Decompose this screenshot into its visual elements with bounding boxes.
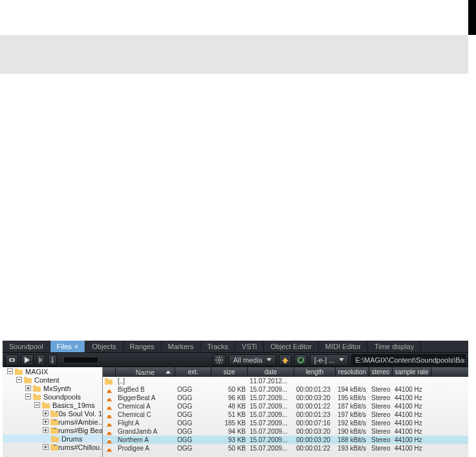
drive-dropdown[interactable]: [-e-] ... — [310, 354, 349, 366]
cell: Stereo — [369, 394, 393, 401]
tree-item[interactable]: Drums#Chillou... — [3, 443, 102, 451]
chevron-down-icon — [266, 358, 272, 361]
tab-timedisplay[interactable]: Time display — [368, 341, 421, 352]
file-row[interactable]: Northern AOGG93 KB15.07.2009...00:00:03:… — [103, 436, 468, 444]
cell: 96 KB — [211, 394, 248, 401]
col-length[interactable]: length — [294, 367, 336, 377]
tree-item[interactable]: MxSynth — [3, 384, 102, 392]
tab-objects[interactable]: Objects — [85, 341, 123, 352]
file-row[interactable]: [..]11.07.2012... — [103, 377, 468, 385]
pin-toggle[interactable] — [48, 354, 57, 366]
path-field[interactable]: E:\MAGIX\Content\Soundpools\Bas — [351, 354, 466, 366]
media-file-icon — [103, 445, 116, 452]
cell: 44100 Hz — [393, 428, 431, 435]
settings-button[interactable] — [213, 354, 226, 366]
expand-icon[interactable] — [25, 394, 31, 400]
browser-body: MAGIXContentMxSynthSoundpoolsBasics_19ms… — [3, 367, 468, 457]
media-file-icon — [103, 437, 116, 443]
cell: 190 kBit/s — [336, 428, 369, 435]
refresh-button[interactable] — [294, 354, 307, 366]
expand-icon[interactable] — [43, 427, 49, 434]
tree-item[interactable]: Drums — [3, 434, 102, 443]
cell: Stereo — [369, 386, 393, 393]
cell: 188 kBit/s — [336, 436, 369, 443]
col-rate[interactable]: sample rate — [393, 367, 431, 377]
tab-bar: SoundpoolFiles×ObjectsRangesMarkersTrack… — [3, 341, 468, 353]
media-file-icon — [103, 387, 116, 393]
close-icon[interactable]: × — [74, 343, 78, 350]
file-row[interactable]: Flight AOGG185 KB15.07.2009...00:00:07:1… — [103, 419, 468, 427]
col-stereo[interactable]: stereo — [369, 367, 393, 377]
tab-objecteditor[interactable]: Object Editor — [264, 341, 319, 352]
file-row[interactable]: BigBed BOGG50 KB15.07.2009...00:00:01:23… — [103, 385, 468, 394]
up-folder-button[interactable] — [279, 354, 292, 366]
expand-icon[interactable] — [34, 402, 40, 409]
col-size[interactable]: size — [211, 367, 248, 377]
file-rows[interactable]: [..]11.07.2012...BigBed BOGG50 KB15.07.2… — [103, 377, 468, 457]
expand-icon[interactable] — [16, 377, 22, 383]
cell: 93 KB — [211, 436, 248, 443]
expand-icon[interactable] — [43, 419, 49, 425]
tab-midieditor[interactable]: MIDI Editor — [319, 341, 368, 352]
cell: Stereo — [369, 445, 393, 452]
media-filter-dropdown[interactable]: All media — [228, 354, 276, 366]
tree-item[interactable]: Content — [3, 376, 102, 384]
file-row[interactable]: Chemical AOGG48 KB15.07.2009...00:00:01:… — [103, 402, 468, 410]
cell: 00:00:03:20 — [294, 394, 336, 401]
drive-label: [-e-] ... — [314, 356, 335, 364]
expand-icon[interactable] — [43, 410, 49, 417]
tab-soundpool[interactable]: Soundpool — [3, 341, 50, 352]
tree-item[interactable]: Drums#Ambie... — [3, 418, 102, 426]
tab-tracks[interactable]: Tracks — [200, 341, 235, 352]
tab-markers[interactable]: Markers — [162, 341, 201, 352]
parent-folder-icon — [103, 378, 116, 385]
expand-icon[interactable] — [43, 436, 49, 442]
tree-item[interactable]: MAGIX — [3, 367, 102, 376]
col-icon[interactable] — [103, 367, 116, 377]
cell: OGG — [175, 445, 211, 452]
media-file-icon — [103, 429, 116, 435]
tree-item[interactable]: Drums#Big Bea... — [3, 426, 102, 434]
cell: 44100 Hz — [393, 436, 431, 443]
col-name[interactable]: Name — [116, 367, 175, 377]
cell: OGG — [175, 411, 211, 418]
cell: 15.07.2009... — [248, 394, 294, 401]
tree-item[interactable]: 60s Soul Vol. 1 — [3, 409, 102, 418]
black-strip — [468, 0, 476, 35]
cell: OGG — [175, 386, 211, 393]
folder-tree[interactable]: MAGIXContentMxSynthSoundpoolsBasics_19ms… — [3, 367, 103, 457]
tree-label: Drums — [61, 435, 82, 443]
tree-label: Drums#Ambie... — [53, 418, 103, 426]
link-icon[interactable] — [5, 354, 18, 366]
tab-files[interactable]: Files× — [50, 341, 86, 352]
cell: 15.07.2009... — [248, 411, 294, 418]
tree-label: 60s Soul Vol. 1 — [55, 410, 102, 418]
cell: OGG — [175, 394, 211, 401]
file-row[interactable]: BiggerBeat AOGG96 KB15.07.2009...00:00:0… — [103, 394, 468, 402]
expand-icon[interactable] — [43, 444, 49, 451]
file-row[interactable]: Prodigee AOGG50 KB15.07.2009...00:00:01:… — [103, 444, 468, 452]
cell: BiggerBeat A — [116, 394, 175, 401]
tab-vsti[interactable]: VSTi — [235, 341, 264, 352]
autoplay-toggle[interactable] — [36, 354, 45, 366]
cell: 15.07.2009... — [248, 386, 294, 393]
tree-label: Drums#Chillou... — [53, 443, 103, 451]
expand-icon[interactable] — [6, 368, 13, 375]
tab-ranges[interactable]: Ranges — [124, 341, 162, 352]
tree-item[interactable]: Basics_19ms — [3, 401, 102, 409]
play-button[interactable] — [21, 354, 34, 366]
col-resolution[interactable]: resolution — [336, 367, 369, 377]
col-date[interactable]: date — [248, 367, 294, 377]
media-filter-label: All media — [233, 356, 262, 364]
file-row[interactable]: GrandJamb AOGG94 KB15.07.2009...00:00:03… — [103, 427, 468, 436]
file-row[interactable]: Chemical COGG51 KB15.07.2009...00:00:01:… — [103, 410, 468, 419]
folder-icon — [42, 402, 50, 409]
tree-item[interactable]: Soundpools — [3, 392, 102, 401]
cell: OGG — [175, 420, 211, 427]
progress-bar[interactable] — [63, 357, 98, 363]
folder-icon — [51, 436, 59, 442]
cell: 44100 Hz — [393, 445, 431, 452]
expand-icon[interactable] — [25, 385, 31, 392]
col-ext[interactable]: ext. — [175, 367, 211, 377]
column-headers[interactable]: Name ext. size date length resolution st… — [103, 367, 468, 377]
